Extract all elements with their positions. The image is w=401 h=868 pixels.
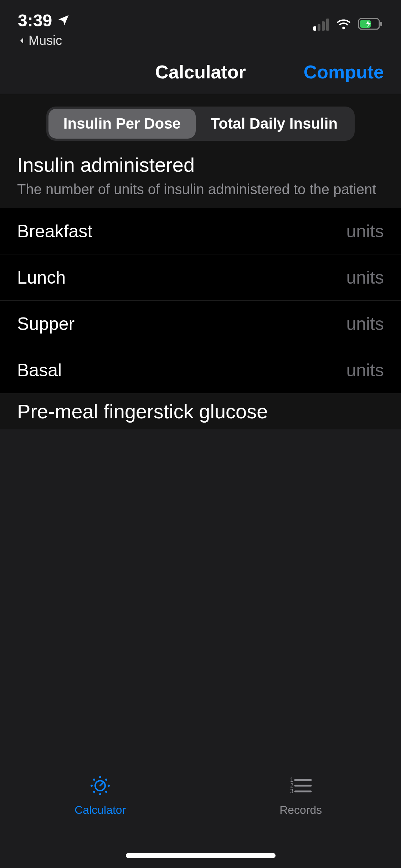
svg-text:3: 3 <box>290 788 293 794</box>
segment-container: Insulin Per Dose Total Daily Insulin <box>0 94 401 153</box>
page-title: Calculator <box>155 61 246 83</box>
empty-space <box>0 429 401 765</box>
status-bar: 3:39 Music <box>0 0 401 50</box>
section-insulin-subtitle: The number of units of insulin administe… <box>17 181 384 197</box>
svg-rect-1 <box>380 22 382 26</box>
battery-charging-icon <box>358 17 383 32</box>
breakfast-input[interactable] <box>277 221 384 242</box>
location-icon <box>57 14 70 28</box>
mode-segment: Insulin Per Dose Total Daily Insulin <box>46 107 355 141</box>
section-glucose-header: Pre-meal fingerstick glucose The glucose… <box>0 393 401 429</box>
svg-text:1: 1 <box>290 777 293 783</box>
tab-label: Records <box>279 804 322 817</box>
back-to-app-button[interactable]: Music <box>18 33 70 48</box>
svg-point-12 <box>105 791 107 793</box>
svg-point-8 <box>108 785 110 787</box>
svg-point-5 <box>99 776 101 778</box>
row-label: Basal <box>17 360 62 381</box>
svg-point-6 <box>99 793 101 795</box>
svg-text:2: 2 <box>290 782 293 789</box>
section-insulin-title: Insulin administered <box>17 153 384 176</box>
tab-label: Calculator <box>74 804 126 817</box>
segment-insulin-per-dose[interactable]: Insulin Per Dose <box>48 109 196 139</box>
row-supper: Supper <box>0 301 401 347</box>
lunch-input[interactable] <box>277 267 384 288</box>
row-label: Lunch <box>17 267 66 288</box>
row-label: Supper <box>17 314 74 334</box>
svg-point-7 <box>91 785 93 787</box>
svg-point-9 <box>93 779 95 781</box>
compute-button[interactable]: Compute <box>304 61 384 83</box>
row-label: Breakfast <box>17 221 92 242</box>
basal-insulin-input[interactable] <box>277 360 384 381</box>
row-basal-insulin: Basal <box>0 347 401 393</box>
tab-calculator[interactable]: Calculator <box>0 765 201 843</box>
tab-records[interactable]: 1 2 3 Records <box>201 765 401 843</box>
section-glucose-title: Pre-meal fingerstick glucose <box>17 400 384 423</box>
tab-bar: Calculator 1 2 3 Records <box>0 765 401 843</box>
row-lunch: Lunch <box>0 254 401 301</box>
records-icon: 1 2 3 <box>287 773 314 799</box>
wifi-icon <box>335 16 352 33</box>
svg-line-4 <box>100 783 103 786</box>
svg-point-10 <box>105 779 107 781</box>
row-breakfast: Breakfast <box>0 208 401 254</box>
svg-point-11 <box>93 791 95 793</box>
section-insulin-header: Insulin administered The number of units… <box>0 153 401 208</box>
home-indicator[interactable] <box>126 853 276 858</box>
nav-bar: Calculator Compute <box>0 50 401 94</box>
cellular-signal-icon <box>313 19 329 31</box>
calculator-icon <box>87 773 114 799</box>
supper-input[interactable] <box>277 314 384 334</box>
status-time: 3:39 <box>18 11 52 30</box>
home-indicator-area <box>0 843 401 868</box>
back-app-label: Music <box>29 33 62 48</box>
segment-total-daily-insulin[interactable]: Total Daily Insulin <box>196 109 353 139</box>
